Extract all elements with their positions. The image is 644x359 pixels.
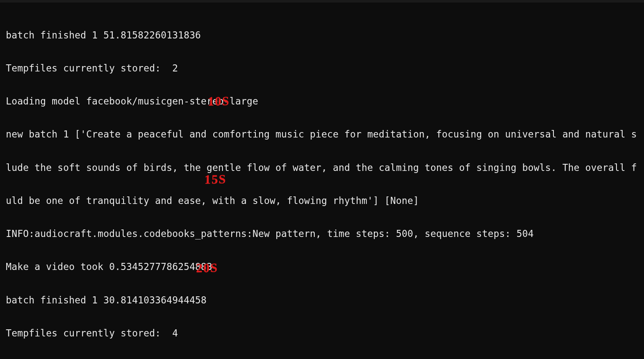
log-line: INFO:audiocraft.modules.codebooks_patter…	[6, 228, 644, 239]
log-line: batch finished 1 30.814103364944458	[6, 295, 644, 306]
log-line: batch finished 1 51.81582260131836	[6, 30, 644, 41]
terminal-output[interactable]: batch finished 1 51.81582260131836 Tempf…	[6, 8, 644, 359]
log-line: new batch 1 ['Create a peaceful and comf…	[6, 129, 644, 140]
log-line: Tempfiles currently stored: 4	[6, 328, 644, 339]
log-line: Make a video took 0.5345277786254883	[6, 261, 644, 272]
log-line: Tempfiles currently stored: 2	[6, 63, 644, 74]
log-line: uld be one of tranquility and ease, with…	[6, 195, 644, 206]
tab-bar	[0, 0, 644, 3]
log-line: Loading model facebook/musicgen-stereo-l…	[6, 96, 644, 107]
log-line: lude the soft sounds of birds, the gentl…	[6, 162, 644, 173]
